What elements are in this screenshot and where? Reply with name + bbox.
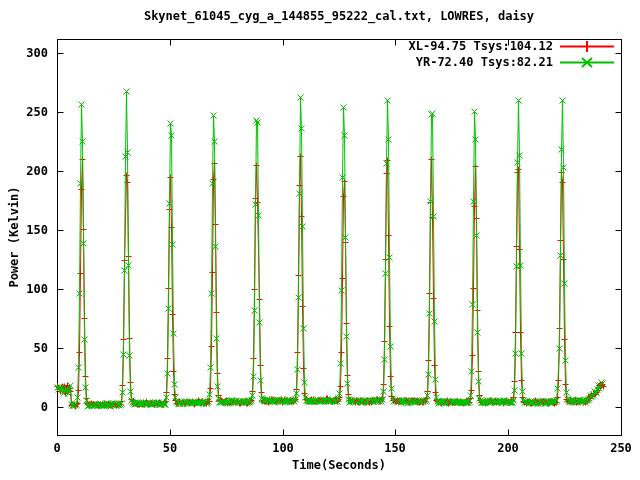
y-tick-label: 100 bbox=[0, 282, 48, 296]
y-tick-label: 200 bbox=[0, 164, 48, 178]
x-tick-label: 150 bbox=[384, 441, 406, 455]
gnuplot-window: Skynet_61045_cyg_a_144855_95222_cal.txt,… bbox=[0, 0, 640, 480]
legend-row-yr: YR-72.40 Tsys:82.21 bbox=[409, 54, 615, 70]
x-tick-label: 0 bbox=[53, 441, 60, 455]
x-tick-label: 50 bbox=[163, 441, 177, 455]
x-tick-label: 100 bbox=[272, 441, 294, 455]
chart-title: Skynet_61045_cyg_a_144855_95222_cal.txt,… bbox=[57, 9, 621, 23]
y-tick-label: 150 bbox=[0, 223, 48, 237]
y-tick-label: 50 bbox=[0, 341, 48, 355]
legend-label-xl: XL-94.75 Tsys:104.12 bbox=[409, 39, 554, 53]
legend-label-yr: YR-72.40 Tsys:82.21 bbox=[416, 55, 553, 69]
plus-marker-line-icon bbox=[560, 40, 614, 53]
y-axis-label: Power (Kelvin) bbox=[7, 186, 21, 287]
chart-canvas bbox=[0, 0, 640, 480]
y-tick-label: 300 bbox=[0, 46, 48, 60]
x-tick-label: 200 bbox=[497, 441, 519, 455]
cross-marker-line-icon bbox=[560, 56, 614, 69]
y-tick-label: 0 bbox=[0, 400, 48, 414]
legend-row-xl: XL-94.75 Tsys:104.12 bbox=[409, 38, 615, 54]
legend: XL-94.75 Tsys:104.12 YR-72.40 Tsys:82.21 bbox=[409, 38, 615, 70]
x-axis-label: Time(Seconds) bbox=[57, 458, 621, 472]
y-tick-label: 250 bbox=[0, 105, 48, 119]
x-tick-label: 250 bbox=[610, 441, 632, 455]
